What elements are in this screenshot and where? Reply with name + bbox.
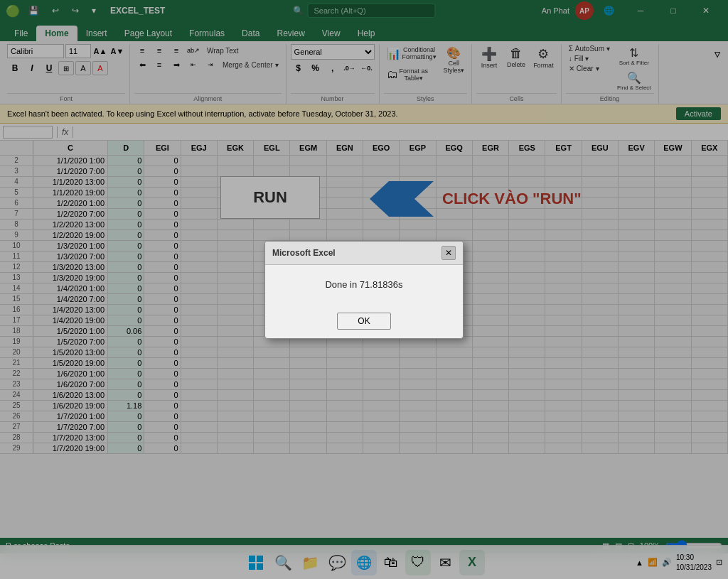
dialog-title-bar: Microsoft Excel ✕ (265, 242, 463, 265)
dialog-body: Done in 71.81836s (265, 265, 463, 313)
dialog-title-text: Microsoft Excel (272, 248, 336, 258)
dialog-message: Done in 71.81836s (277, 279, 451, 290)
dialog-footer: OK (265, 313, 463, 338)
dialog-ok-btn[interactable]: OK (337, 313, 390, 330)
dialog-box: Microsoft Excel ✕ Done in 71.81836s OK (264, 241, 464, 339)
dialog-overlay: Microsoft Excel ✕ Done in 71.81836s OK (0, 0, 728, 579)
dialog-close-btn[interactable]: ✕ (441, 246, 456, 260)
